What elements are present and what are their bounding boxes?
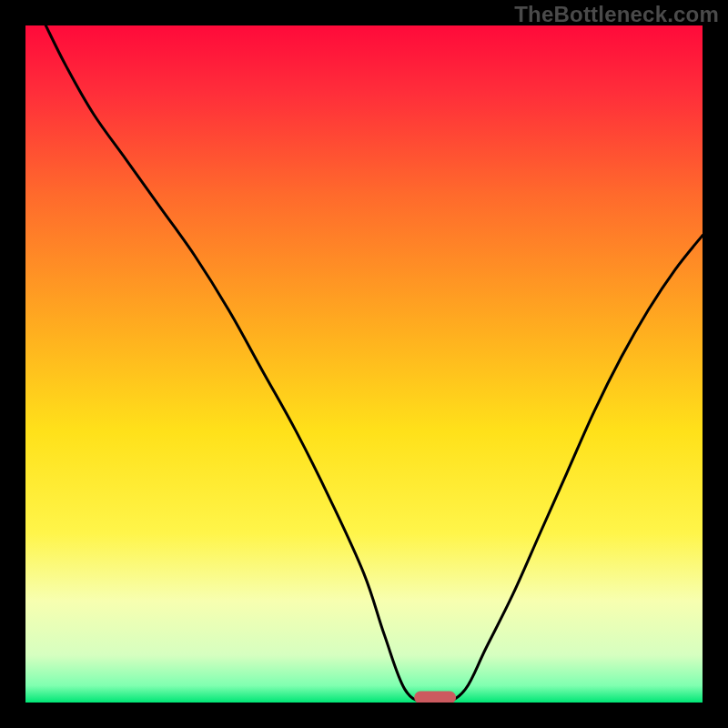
bottleneck-chart-svg xyxy=(25,25,703,703)
watermark-text: TheBottleneck.com xyxy=(514,2,719,27)
plot-area xyxy=(25,25,703,703)
gradient-background xyxy=(25,25,703,703)
chart-frame: TheBottleneck.com xyxy=(0,0,728,728)
optimal-marker xyxy=(415,692,456,703)
